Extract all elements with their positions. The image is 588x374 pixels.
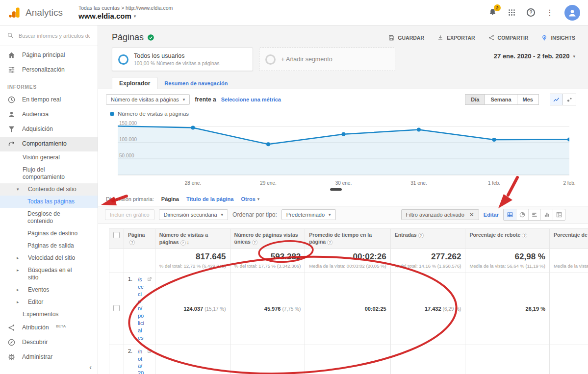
column-header-numero-de-paginas-vistas-unicas[interactable]: Número de páginas vistas únicas? [230, 229, 305, 249]
select-all-checkbox[interactable] [113, 232, 120, 238]
sidebar-item-eventos[interactable]: ▸Eventos [0, 284, 98, 296]
dimension-pagina[interactable]: Página [161, 196, 179, 202]
analytics-logo[interactable]: Analytics [8, 6, 72, 19]
sidebar-item-comportamiento[interactable]: Comportamiento [0, 137, 98, 151]
line-chart-view-button[interactable] [550, 94, 563, 105]
dimension-otros[interactable]: Otros ▾ [241, 196, 259, 202]
chevron-down-icon: ▾ [573, 54, 575, 59]
tab-resumen-navegacion[interactable]: Resumen de navegación [157, 78, 234, 89]
sidebar-item-pagina-principal[interactable]: Página principal [0, 48, 98, 63]
granularity-mes[interactable]: Mes [517, 94, 539, 105]
avatar[interactable] [564, 5, 580, 21]
advanced-filter-chip[interactable]: Filtro avanzado activado ✕ [401, 209, 479, 220]
metric-controls: Número de visitas a páginas ▾ frente a S… [98, 89, 588, 107]
granularity-dia[interactable]: Día [465, 94, 485, 105]
totals-metric-cell: 00:02:26Media de la vista: 00:03:02 (20,… [305, 249, 390, 273]
search-input[interactable] [19, 33, 90, 39]
sidebar-item-paginas-de-destino[interactable]: Páginas de destino [0, 227, 98, 240]
sidebar-item-vision-general[interactable]: Visión general [0, 151, 98, 164]
plot-rows-button[interactable]: Incluir en gráfico [105, 209, 154, 220]
secondary-dimension-dropdown[interactable]: Dimensión secundaria ▾ [159, 209, 228, 220]
breadcrumb[interactable]: Todas las cuentas > http://www.eldia.com [78, 5, 173, 11]
help-icon[interactable]: ? [129, 240, 135, 245]
sidebar-item-descubrir[interactable]: Descubrir [0, 335, 98, 350]
row-checkbox[interactable] [113, 305, 120, 311]
date-range-selector[interactable]: 27 ene. 2020 - 2 feb. 2020 ▾ [494, 48, 575, 60]
column-header-porcentaje-de-salidas[interactable]: Porcentaje de salidas? [549, 229, 588, 249]
compartir-button[interactable]: COMPARTIR [488, 34, 529, 41]
more-menu-icon[interactable]: ⋮ [546, 8, 554, 17]
table-header-row: Página?Número de visitas a páginas?↓Núme… [109, 229, 588, 249]
help-icon[interactable]: ? [527, 8, 535, 17]
sidebar-item-atribucion[interactable]: AtribuciónBETA [0, 321, 98, 335]
tab-explorador[interactable]: Explorador [112, 77, 157, 89]
close-icon[interactable]: ✕ [469, 212, 474, 218]
edit-filter-link[interactable]: Editar [484, 212, 499, 218]
external-link-icon[interactable] [147, 276, 152, 283]
help-icon[interactable]: ? [418, 233, 424, 238]
motion-chart-view-button[interactable] [563, 94, 576, 105]
insights-button[interactable]: INSIGHTS [541, 34, 575, 41]
caret-right-icon: ▸ [17, 287, 22, 293]
pivot-view-button[interactable] [553, 209, 565, 220]
sidebar-item-experimentos[interactable]: Experimentos [0, 308, 98, 321]
sidebar-item-paginas-de-salida[interactable]: Páginas de salida [0, 240, 98, 252]
totals-page-cell [124, 249, 155, 273]
column-header-pagina[interactable]: Página? [124, 229, 155, 249]
chevron-down-icon: ▾ [221, 212, 224, 217]
help-icon[interactable]: ? [522, 233, 527, 238]
discover-icon [7, 338, 16, 347]
notifications-button[interactable]: 2 [488, 8, 497, 18]
sidebar-collapse-button[interactable]: ‹ [89, 363, 92, 371]
dimension-titulo-pagina[interactable]: Título de la página [186, 196, 234, 202]
granularity-semana[interactable]: Semana [485, 94, 517, 105]
column-header-numero-de-visitas-a-paginas[interactable]: Número de visitas a páginas?↓ [155, 229, 230, 249]
select-metric-link[interactable]: Seleccione una métrica [221, 97, 281, 102]
home-icon [7, 51, 16, 59]
help-icon[interactable]: ? [327, 240, 332, 245]
apps-grid-icon[interactable] [508, 8, 516, 17]
sidebar-item-editor[interactable]: ▸Editor [0, 296, 98, 308]
sidebar-item-todas-las-paginas[interactable]: Todas las páginas [0, 196, 98, 208]
page-link[interactable]: /nota/2020-1-27-2-37-40-otro-asesinato-e… [138, 348, 144, 374]
sidebar-item-label: Visión general [23, 154, 60, 161]
page-link[interactable]: /seccion/policiales [138, 276, 144, 342]
sidebar-item-velocidad-del-sitio[interactable]: ▸Velocidad del sitio [0, 252, 98, 264]
sidebar-item-flujo-del-comportamiento[interactable]: Flujo del comportamiento [0, 164, 98, 183]
add-segment-ring-icon [265, 54, 276, 65]
totals-row: 817.645% del total: 12,72 % (6.429.949)5… [109, 249, 588, 273]
sidebar-item-label: Personalización [22, 66, 65, 74]
help-icon[interactable]: ? [252, 240, 257, 245]
comparison-view-button[interactable] [540, 209, 553, 220]
sidebar-item-adquisicion[interactable]: Adquisición [0, 122, 98, 137]
column-header-promedio-de-tiempo-en-la-pagina[interactable]: Promedio de tiempo en la página? [305, 229, 390, 249]
help-icon[interactable]: ? [180, 240, 186, 246]
sidebar-item-desglose-de-contenido[interactable]: Desglose de contenido [0, 208, 98, 227]
report-panel: Número de visitas a páginas ▾ frente a S… [98, 89, 588, 374]
sidebar-item-audiencia[interactable]: Audiencia [0, 107, 98, 122]
chart-scrollbar-thumb[interactable] [330, 188, 342, 191]
sidebar-item-en-tiempo-real[interactable]: En tiempo real [0, 93, 98, 107]
data-view-button[interactable] [504, 209, 516, 220]
add-segment-button[interactable]: + Añadir segmento [259, 48, 395, 71]
metric-selector-dropdown[interactable]: Número de visitas a páginas ▾ [106, 94, 190, 105]
sidebar-item-busquedas-en-el-sitio[interactable]: ▸Búsquedas en el sitio [0, 264, 98, 284]
external-link-icon[interactable] [147, 349, 152, 355]
sidebar-search[interactable] [0, 25, 98, 46]
performance-view-button[interactable] [528, 209, 540, 220]
exportar-button[interactable]: EXPORTAR [437, 34, 475, 41]
property-selector[interactable]: www.eldia.com ▾ [78, 12, 173, 20]
caret-right-icon: ▸ [17, 299, 22, 305]
segment-all-users[interactable]: Todos los usuarios 100,00 % Número de vi… [112, 48, 253, 71]
column-header-entradas[interactable]: Entradas? [390, 229, 465, 249]
sidebar-item-administrar[interactable]: Administrar [0, 350, 98, 365]
sort-descending-icon[interactable]: ↓ [187, 239, 190, 245]
sort-type-dropdown[interactable]: Predeterminado ▾ [281, 209, 336, 220]
guardar-button[interactable]: GUARDAR [388, 34, 424, 41]
person-icon [567, 8, 577, 18]
metric-cell: 62,46 % [465, 345, 550, 374]
column-header-porcentaje-de-rebote[interactable]: Porcentaje de rebote? [465, 229, 550, 249]
sidebar-item-contenido-del-sitio[interactable]: ▾Contenido del sitio [0, 183, 98, 196]
sidebar-item-personalizacion[interactable]: Personalización [0, 63, 98, 77]
percentage-view-button[interactable] [516, 209, 528, 220]
